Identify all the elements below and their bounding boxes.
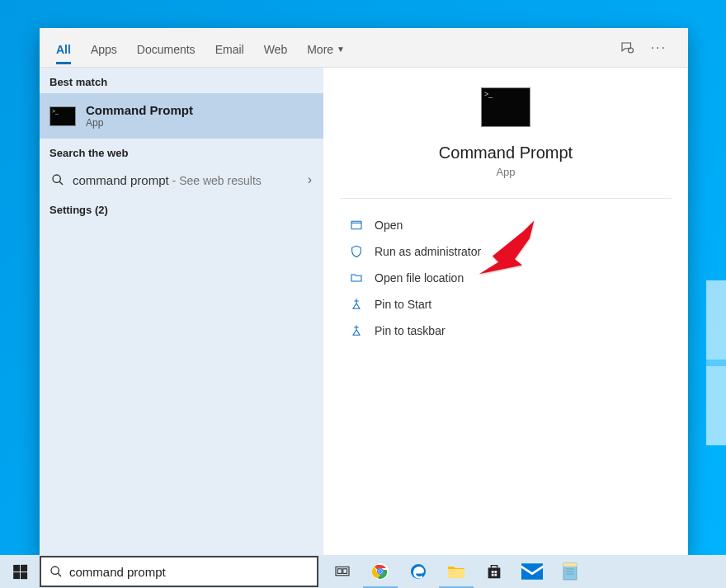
windows-logo-icon bbox=[13, 564, 27, 578]
tab-more-label: More bbox=[307, 43, 333, 56]
taskbar-notepad[interactable] bbox=[551, 555, 589, 588]
start-button[interactable] bbox=[0, 555, 40, 588]
windows-search-panel: All Apps Documents Email Web More ▼ ··· … bbox=[40, 28, 688, 556]
web-query-text: command prompt bbox=[73, 173, 169, 187]
svg-line-6 bbox=[58, 573, 61, 576]
folder-icon bbox=[350, 271, 363, 285]
detail-title: Command Prompt bbox=[439, 143, 573, 162]
action-pin-start-label: Pin to Start bbox=[375, 298, 431, 311]
svg-point-13 bbox=[379, 570, 382, 573]
action-open-label: Open bbox=[375, 219, 403, 232]
tab-documents[interactable]: Documents bbox=[127, 31, 205, 64]
svg-rect-17 bbox=[494, 571, 497, 573]
svg-rect-18 bbox=[492, 574, 494, 576]
command-prompt-icon bbox=[481, 87, 530, 127]
desktop-windows-logo-edge bbox=[706, 280, 726, 445]
taskbar-search-box[interactable] bbox=[40, 556, 318, 587]
pin-icon bbox=[350, 324, 363, 337]
web-result-row[interactable]: command prompt - See web results › bbox=[40, 164, 323, 195]
taskbar-edge[interactable] bbox=[399, 555, 437, 588]
action-open[interactable]: Open bbox=[332, 212, 680, 238]
svg-rect-16 bbox=[492, 571, 494, 573]
svg-line-2 bbox=[59, 181, 63, 185]
tab-web[interactable]: Web bbox=[254, 31, 298, 64]
taskbar-store[interactable] bbox=[475, 555, 513, 588]
search-results-pane: Best match Command Prompt App Search the… bbox=[40, 68, 323, 556]
svg-rect-3 bbox=[351, 221, 361, 228]
settings-group-label[interactable]: Settings (2) bbox=[40, 195, 323, 221]
tab-more[interactable]: More ▼ bbox=[297, 31, 355, 64]
search-tabs-bar: All Apps Documents Email Web More ▼ ··· bbox=[40, 28, 688, 68]
action-run-admin[interactable]: Run as administrator bbox=[332, 238, 680, 265]
svg-rect-15 bbox=[488, 567, 501, 578]
shield-icon bbox=[350, 245, 363, 258]
more-options-icon[interactable]: ··· bbox=[643, 40, 675, 55]
action-pin-taskbar-label: Pin to taskbar bbox=[375, 324, 446, 337]
chevron-down-icon: ▼ bbox=[337, 45, 345, 54]
chevron-right-icon: › bbox=[308, 172, 312, 187]
taskbar-chrome[interactable] bbox=[361, 555, 399, 588]
pin-icon bbox=[350, 298, 363, 311]
taskbar-search-input[interactable] bbox=[69, 565, 309, 579]
best-match-label: Best match bbox=[40, 68, 323, 93]
action-run-admin-label: Run as administrator bbox=[375, 245, 481, 258]
action-pin-start[interactable]: Pin to Start bbox=[332, 291, 680, 318]
svg-rect-19 bbox=[494, 574, 497, 576]
taskbar bbox=[0, 555, 726, 588]
search-web-label: Search the web bbox=[40, 139, 323, 164]
command-prompt-icon bbox=[50, 106, 76, 126]
feedback-icon[interactable] bbox=[611, 40, 643, 55]
search-icon bbox=[51, 173, 64, 186]
result-subtitle: App bbox=[86, 117, 193, 129]
svg-point-5 bbox=[51, 567, 59, 574]
svg-rect-22 bbox=[563, 563, 577, 567]
action-open-location[interactable]: Open file location bbox=[332, 265, 680, 291]
result-detail-pane: Command Prompt App Open Run as administr… bbox=[323, 68, 688, 556]
open-icon bbox=[350, 219, 363, 232]
svg-rect-20 bbox=[521, 563, 543, 580]
tab-apps[interactable]: Apps bbox=[81, 31, 127, 64]
task-view-button[interactable] bbox=[323, 555, 361, 588]
svg-point-1 bbox=[53, 175, 60, 182]
taskbar-file-explorer[interactable] bbox=[437, 555, 475, 588]
taskbar-mail[interactable] bbox=[513, 555, 551, 588]
detail-subtitle: App bbox=[496, 166, 515, 178]
svg-rect-9 bbox=[343, 569, 347, 574]
result-command-prompt[interactable]: Command Prompt App bbox=[40, 93, 323, 139]
action-pin-taskbar[interactable]: Pin to taskbar bbox=[332, 318, 680, 344]
tab-email[interactable]: Email bbox=[205, 31, 254, 64]
svg-rect-8 bbox=[337, 569, 342, 574]
result-title: Command Prompt bbox=[86, 103, 193, 117]
web-suffix: - See web results bbox=[169, 174, 262, 187]
search-icon bbox=[50, 565, 63, 578]
action-open-location-label: Open file location bbox=[375, 271, 464, 285]
tab-all[interactable]: All bbox=[46, 31, 81, 64]
